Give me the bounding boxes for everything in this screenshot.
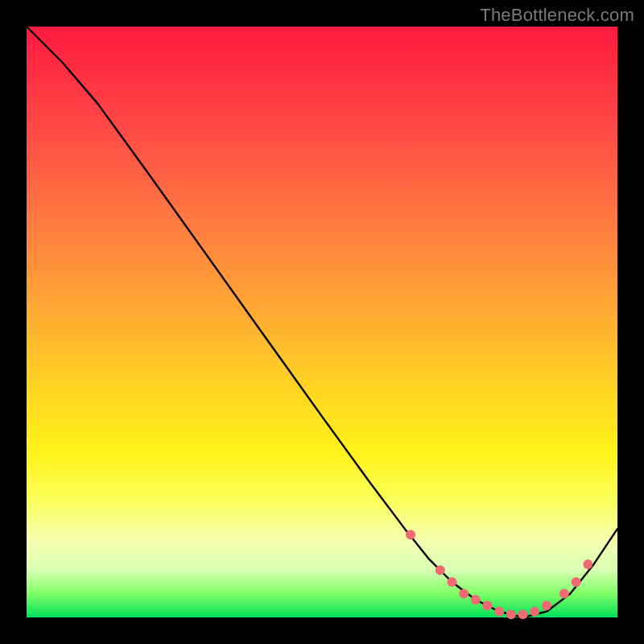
chart-overlay (27, 27, 617, 617)
chart-frame: TheBottleneck.com (0, 0, 644, 644)
marker-point (436, 565, 445, 575)
bottleneck-curve (27, 27, 617, 617)
marker-point (572, 577, 581, 587)
marker-point (583, 559, 592, 569)
marker-point (494, 607, 504, 617)
marker-point (518, 609, 528, 619)
marker-point (483, 601, 493, 610)
marker-point (530, 607, 539, 617)
marker-point (559, 589, 569, 599)
marker-point (448, 577, 457, 587)
marker-point (506, 609, 516, 619)
marker-point (471, 595, 481, 605)
highlighted-points (406, 530, 592, 619)
attribution-text: TheBottleneck.com (480, 5, 634, 26)
marker-point (406, 530, 415, 539)
marker-point (542, 601, 551, 610)
marker-point (459, 589, 469, 599)
